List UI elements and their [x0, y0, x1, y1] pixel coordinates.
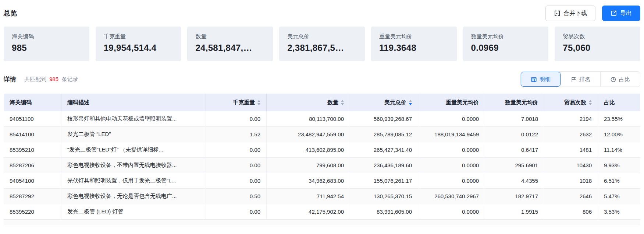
- ranking-icon: [570, 76, 577, 83]
- summary-card-label: 美元总价: [287, 33, 365, 40]
- table-cell: 42,175,902.00: [267, 204, 350, 219]
- table-cell: 发光二极管 (LED) 灯管: [61, 204, 206, 219]
- table-icon: [531, 76, 537, 83]
- summary-card-label: 数量美元均价: [471, 33, 549, 40]
- export-button[interactable]: 导出: [602, 6, 640, 21]
- table-cell: 12.00%: [598, 127, 640, 142]
- topbar-actions: 合并下载 导出: [545, 6, 640, 21]
- summary-card-value: 19,954,514.4: [104, 43, 181, 53]
- sort-carets-icon[interactable]: [257, 100, 260, 105]
- tab-table[interactable]: 明细: [521, 72, 561, 87]
- tab-ranking[interactable]: 排名: [561, 72, 600, 87]
- column-header-label: 重量美元均价: [446, 99, 479, 106]
- table-cell: 23.55%: [598, 111, 640, 126]
- pie-icon: [610, 76, 616, 83]
- column-header-label: 编码描述: [67, 99, 89, 106]
- column-header-label: 数量: [327, 99, 338, 106]
- merge-cells-icon: [554, 10, 561, 17]
- summary-card-label: 千克重量: [104, 33, 181, 40]
- tab-pie[interactable]: 占比: [600, 72, 640, 87]
- table-cell: 11.14%: [598, 142, 640, 157]
- table-cell: 7.0018: [485, 111, 544, 126]
- column-header-label: 占比: [604, 99, 615, 106]
- table-cell: 285,789,085.12: [350, 127, 418, 142]
- table-cell: 光伏灯具和照明装置，仅用于发光二极管“L...: [61, 173, 206, 188]
- table-cell: 265,427,341.40: [350, 142, 418, 157]
- table-cell: 806: [544, 204, 598, 219]
- merge-download-button[interactable]: 合并下载: [545, 6, 595, 21]
- summary-card-label: 海关编码: [12, 33, 89, 40]
- table-cell: 0.6417: [485, 142, 544, 157]
- table-cell: 182.9717: [485, 189, 544, 204]
- table-row: 85287292彩色电视接收设备，无论是否包含无线电广...0.50711,94…: [4, 189, 640, 204]
- column-header: 占比: [598, 94, 640, 111]
- table-row: 94054100光伏灯具和照明装置，仅用于发光二极管“L...0.0034,96…: [4, 173, 640, 189]
- summary-card-value: 75,060: [563, 43, 640, 53]
- column-header-label: 数量美元均价: [505, 99, 538, 106]
- sort-carets-icon[interactable]: [341, 100, 344, 105]
- summary-card-label: 贸易次数: [563, 33, 640, 40]
- tab-label: 占比: [619, 76, 630, 83]
- table-cell: 彩色电视接收设备，无论是否包含无线电广...: [61, 189, 206, 204]
- table-cell: 560,939,268.67: [350, 111, 418, 126]
- table-cell: 发光二极管 “LED”: [61, 127, 206, 142]
- column-header[interactable]: 贸易次数: [544, 94, 598, 111]
- table-cell: 799,608.00: [267, 158, 350, 173]
- table-row-partial: [4, 220, 640, 225]
- table-row: 85414100发光二极管 “LED”1.5223,482,947,559.00…: [4, 127, 640, 142]
- table-cell: 0.0000: [418, 158, 485, 173]
- details-title: 详情: [4, 75, 16, 84]
- column-header[interactable]: 美元总价: [350, 94, 418, 111]
- column-header: 数量美元均价: [485, 94, 544, 111]
- tab-label: 排名: [579, 76, 590, 83]
- column-header-label: 海关编码: [10, 99, 32, 106]
- column-header-label: 千克重量: [233, 99, 255, 106]
- table-cell: 彩色电视接收设备，不带内置无线电接收器...: [61, 158, 206, 173]
- table-cell: 0.0122: [485, 127, 544, 142]
- table-cell: 295.6901: [485, 158, 544, 173]
- summary-card-value: 985: [12, 43, 89, 53]
- table-row: 94051100枝形吊灯和其他电动天花板或墙壁照明装置...0.0080,113…: [4, 111, 640, 127]
- summary-card: 贸易次数75,060: [555, 27, 640, 61]
- table-cell: 0.50: [206, 189, 267, 204]
- summary-card-value: 2,381,867,5…: [287, 43, 365, 53]
- table-cell: 413,602,895.00: [267, 142, 350, 157]
- column-header: 重量美元均价: [418, 94, 485, 111]
- table-cell: 94051100: [4, 111, 61, 126]
- column-header[interactable]: 千克重量: [206, 94, 267, 111]
- table-cell: 85395210: [4, 142, 61, 157]
- summary-card-label: 数量: [195, 33, 273, 40]
- table-cell: “发光二极管“LED”灯” （未提供详细标...: [61, 142, 206, 157]
- table-cell: 130,265,370.15: [350, 189, 418, 204]
- table-cell: 枝形吊灯和其他电动天花板或墙壁照明装置...: [61, 111, 206, 126]
- table-cell: 0.00: [206, 204, 267, 219]
- summary-card-label: 重量美元均价: [379, 33, 457, 40]
- topbar: 总览 合并下载 导出: [4, 0, 640, 21]
- table-header-row: 海关编码编码描述千克重量数量美元总价重量美元均价数量美元均价贸易次数占比: [4, 94, 640, 111]
- table-cell: 0.0000: [418, 173, 485, 188]
- match-suffix: 条记录: [61, 76, 78, 82]
- sort-carets-icon[interactable]: [409, 100, 412, 105]
- table-cell: 5.47%: [598, 189, 640, 204]
- sort-carets-icon[interactable]: [589, 100, 592, 105]
- table-cell: 80,113,700.00: [267, 111, 350, 126]
- table-cell: 711,942.54: [267, 189, 350, 204]
- table-row: 85395220发光二极管 (LED) 灯管0.0042,175,902.008…: [4, 204, 640, 220]
- column-header[interactable]: 数量: [267, 94, 350, 111]
- export-icon: [611, 10, 617, 17]
- summary-card: 美元总价2,381,867,5…: [279, 27, 365, 61]
- column-header: 编码描述: [61, 94, 206, 111]
- table-cell: 0.00: [206, 158, 267, 173]
- table-cell: 6.51%: [598, 173, 640, 188]
- table-cell: 4.4355: [485, 173, 544, 188]
- summary-cards: 海关编码985千克重量19,954,514.4数量24,581,847,…美元总…: [4, 27, 640, 61]
- column-header: 海关编码: [4, 94, 61, 111]
- table-cell: 0.0000: [418, 111, 485, 126]
- table-cell: 0.00: [206, 173, 267, 188]
- column-header-label: 贸易次数: [564, 99, 586, 106]
- table-cell: 3.53%: [598, 204, 640, 219]
- match-count: 985: [48, 76, 60, 82]
- table-body: 94051100枝形吊灯和其他电动天花板或墙壁照明装置...0.0080,113…: [4, 111, 640, 225]
- match-prefix: 共匹配到: [24, 76, 46, 82]
- table-cell: 0.0000: [418, 204, 485, 219]
